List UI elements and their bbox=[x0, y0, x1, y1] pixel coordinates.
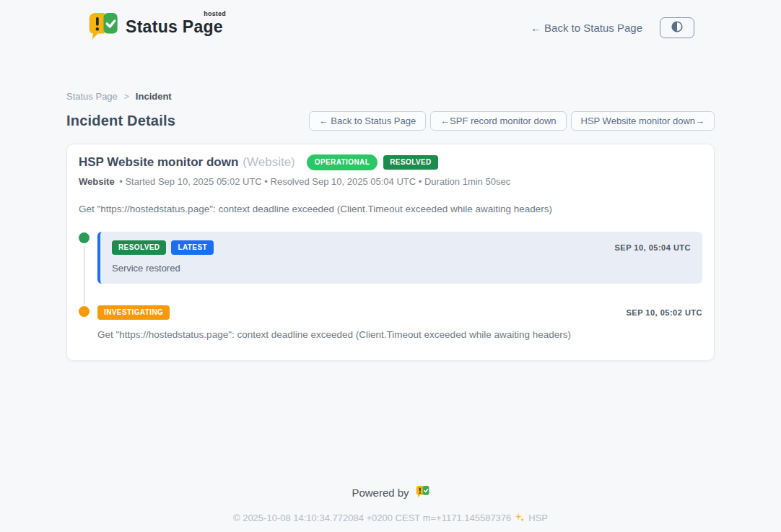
breadcrumb: Status Page > Incident bbox=[66, 91, 715, 102]
next-incident-button[interactable]: HSP Website monitor down→ bbox=[571, 111, 715, 131]
statuspage-bubble-icon bbox=[416, 485, 429, 500]
copyright-text: © 2025-10-08 14:10:34.772084 +0200 CEST … bbox=[233, 513, 511, 523]
sparkles-icon bbox=[515, 513, 525, 523]
resolved-dot-icon bbox=[79, 232, 90, 243]
breadcrumb-incident: Incident bbox=[136, 91, 172, 102]
timeline-item-resolved: RESOLVED LATEST SEP 10, 05:04 UTC Servic… bbox=[79, 232, 702, 284]
contrast-icon bbox=[671, 21, 683, 35]
back-to-status-page-link[interactable]: ← Back to Status Page bbox=[531, 22, 642, 34]
timeline-resolved-badge: RESOLVED bbox=[112, 240, 166, 255]
incident-title-row: HSP Website monitor down (Website) OPERA… bbox=[79, 154, 702, 170]
investigating-dot-icon bbox=[79, 306, 90, 317]
brand-logo[interactable]: Status Page hosted bbox=[88, 12, 223, 43]
incident-title: HSP Website monitor down bbox=[79, 155, 238, 170]
timeline-update-card: RESOLVED LATEST SEP 10, 05:04 UTC Servic… bbox=[97, 232, 702, 284]
powered-by-label: Powered by bbox=[352, 487, 409, 499]
brand-hosted-label: hosted bbox=[204, 10, 226, 17]
statuspage-bubble-icon bbox=[88, 12, 118, 43]
page-footer: Powered by © 2025-10-08 14:10:34.772084 … bbox=[0, 485, 781, 532]
incident-meta-details: • Started Sep 10, 2025 05:02 UTC • Resol… bbox=[119, 176, 510, 187]
incident-description: Get "https://hostedstatus.page": context… bbox=[79, 204, 702, 214]
incident-component: (Website) bbox=[243, 155, 294, 170]
timeline-item-investigating: INVESTIGATING SEP 10, 05:02 UTC Get "htt… bbox=[79, 305, 702, 340]
incident-card: HSP Website monitor down (Website) OPERA… bbox=[66, 144, 715, 361]
resolved-badge: RESOLVED bbox=[383, 155, 437, 170]
main-content: Status Page > Incident Incident Details … bbox=[66, 91, 715, 361]
incident-meta-component: Website bbox=[79, 176, 115, 187]
prev-incident-button[interactable]: ←SPF record monitor down bbox=[430, 111, 566, 131]
timeline-message: Service restored bbox=[112, 263, 691, 274]
breadcrumb-separator: > bbox=[124, 92, 129, 102]
top-bar-actions: ← Back to Status Page bbox=[531, 17, 694, 38]
theme-toggle-button[interactable] bbox=[660, 17, 694, 38]
incident-nav-buttons: ← Back to Status Page ←SPF record monito… bbox=[309, 111, 715, 131]
timeline-message: Get "https://hostedstatus.page": context… bbox=[97, 329, 702, 340]
incident-badges: OPERATIONAL RESOLVED bbox=[307, 154, 438, 170]
incident-meta: Website • Started Sep 10, 2025 05:02 UTC… bbox=[79, 176, 702, 187]
timeline-timestamp: SEP 10, 05:04 UTC bbox=[614, 243, 691, 252]
timeline-latest-badge: LATEST bbox=[171, 240, 214, 255]
copyright-line: © 2025-10-08 14:10:34.772084 +0200 CEST … bbox=[0, 513, 781, 523]
incident-timeline: RESOLVED LATEST SEP 10, 05:04 UTC Servic… bbox=[79, 232, 702, 340]
title-row: Incident Details ← Back to Status Page ←… bbox=[66, 111, 715, 131]
back-to-status-page-button[interactable]: ← Back to Status Page bbox=[309, 111, 426, 131]
powered-by[interactable]: Powered by bbox=[0, 485, 781, 500]
breadcrumb-status-page[interactable]: Status Page bbox=[66, 91, 118, 102]
page-title: Incident Details bbox=[66, 113, 175, 129]
copyright-brand: HSP bbox=[528, 513, 548, 523]
top-bar: Status Page hosted ← Back to Status Page bbox=[0, 0, 781, 55]
timeline-investigating-badge: INVESTIGATING bbox=[97, 305, 170, 320]
brand-name: Status Page hosted bbox=[126, 17, 223, 37]
timeline-timestamp: SEP 10, 05:02 UTC bbox=[626, 308, 702, 317]
operational-badge: OPERATIONAL bbox=[307, 154, 378, 170]
